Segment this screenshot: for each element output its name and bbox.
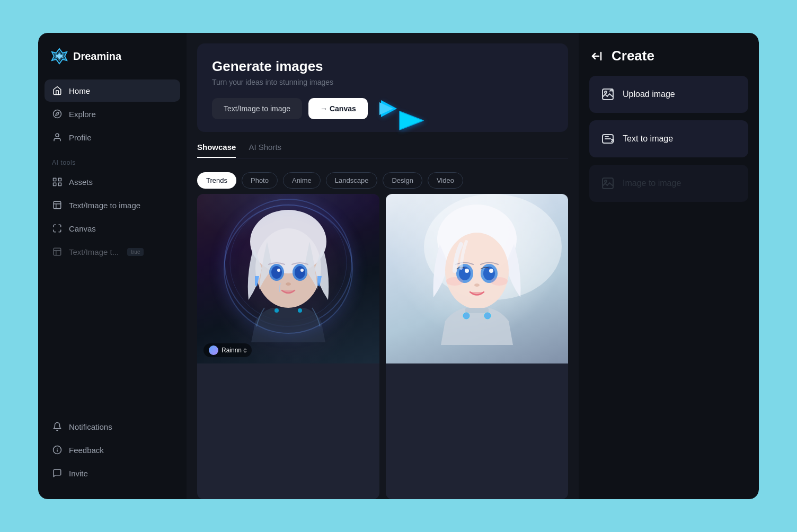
sidebar-item-label-explore: Explore <box>69 110 96 119</box>
hero-title: Generate images <box>212 58 553 75</box>
beta-badge: true <box>127 248 144 256</box>
svg-marker-16 <box>400 111 423 130</box>
canvas-button-label: → Canvas <box>320 104 356 113</box>
svg-rect-54 <box>603 178 613 189</box>
app-name: Dreamina <box>73 50 121 63</box>
svg-point-46 <box>484 313 491 319</box>
svg-point-20 <box>250 210 326 273</box>
image-to-image-icon <box>600 176 615 191</box>
sidebar-item-text-image[interactable]: Text/Image to image <box>45 194 180 216</box>
sidebar-item-label-text-image: Text/Image to image <box>69 201 140 210</box>
sidebar-item-label-text-beta: Text/Image t... <box>69 247 119 256</box>
svg-point-27 <box>286 282 291 286</box>
svg-point-24 <box>295 266 305 279</box>
image-card-2[interactable] <box>386 194 568 499</box>
svg-point-23 <box>271 266 282 279</box>
upload-image-option[interactable]: Upload image <box>589 76 748 113</box>
sidebar-item-notifications[interactable]: Notifications <box>45 415 180 438</box>
svg-rect-44 <box>465 308 489 313</box>
svg-point-30 <box>274 308 279 313</box>
tab-ai-shorts[interactable]: AI Shorts <box>249 143 281 158</box>
svg-rect-9 <box>54 201 61 209</box>
sidebar-item-home[interactable]: Home <box>45 79 180 102</box>
svg-point-21 <box>269 264 284 281</box>
sidebar-item-label-home: Home <box>69 86 90 95</box>
svg-point-42 <box>446 277 463 286</box>
svg-point-18 <box>230 205 347 321</box>
svg-point-38 <box>483 267 495 280</box>
image-to-image-label: Image to image <box>623 179 681 188</box>
panel-title: Create <box>612 48 654 64</box>
canvas-icon <box>52 223 63 234</box>
canvas-button[interactable]: → Canvas <box>308 98 368 119</box>
chip-design[interactable]: Design <box>383 172 422 189</box>
text-image-button[interactable]: Text/Image to image <box>212 98 302 119</box>
svg-rect-12 <box>54 248 61 255</box>
text-to-image-label: Text to image <box>623 134 673 144</box>
sidebar-item-profile[interactable]: Profile <box>45 126 180 148</box>
chip-anime[interactable]: Anime <box>283 172 321 189</box>
svg-marker-28 <box>255 276 259 287</box>
sidebar-item-assets[interactable]: Assets <box>45 171 180 193</box>
main-nav: Home Explore Profile <box>38 79 187 148</box>
chip-photo[interactable]: Photo <box>242 172 278 189</box>
text-to-image-icon <box>600 131 615 146</box>
image-grid: Rainnn c <box>187 194 579 499</box>
text-to-image-option[interactable]: Text to image <box>589 120 748 157</box>
svg-point-19 <box>255 228 321 308</box>
svg-rect-6 <box>58 178 61 181</box>
svg-point-31 <box>298 308 302 313</box>
chip-video[interactable]: Video <box>428 172 463 189</box>
sidebar-item-canvas[interactable]: Canvas <box>45 217 180 240</box>
upload-image-label: Upload image <box>623 90 675 99</box>
home-icon <box>52 85 63 96</box>
right-panel: Create Upload image <box>579 33 759 499</box>
svg-point-3 <box>54 110 61 118</box>
hero-subtitle: Turn your ideas into stunning images <box>212 78 553 86</box>
logo-icon <box>51 48 68 65</box>
sidebar-item-label-profile: Profile <box>69 133 92 142</box>
tab-bar: Showcase AI Shorts <box>197 143 568 158</box>
sidebar-item-feedback[interactable]: Feedback <box>45 439 180 461</box>
image-card-1[interactable]: Rainnn c <box>197 194 379 499</box>
chip-landscape[interactable]: Landscape <box>326 172 378 189</box>
image-to-image-option: Image to image <box>589 165 748 202</box>
svg-point-39 <box>465 269 469 273</box>
svg-point-41 <box>474 283 480 287</box>
svg-rect-7 <box>58 183 61 185</box>
sidebar-item-label-canvas: Canvas <box>69 224 96 233</box>
feedback-icon <box>52 445 63 455</box>
profile-icon <box>52 132 63 143</box>
anime-art-light <box>386 194 568 363</box>
sidebar-item-label-feedback: Feedback <box>69 446 104 455</box>
sidebar-item-text-beta[interactable]: Text/Image t... true <box>45 241 180 263</box>
panel-header: Create <box>589 48 748 64</box>
svg-point-43 <box>491 277 508 286</box>
svg-point-4 <box>56 134 59 137</box>
back-icon[interactable] <box>589 49 604 64</box>
svg-point-55 <box>605 180 607 182</box>
user-avatar-1 <box>209 345 218 355</box>
svg-point-45 <box>463 313 470 319</box>
svg-point-17 <box>225 199 352 326</box>
sidebar-item-explore[interactable]: Explore <box>45 103 180 125</box>
sidebar: Dreamina Home Explor <box>38 33 187 499</box>
ai-tools-label: AI tools <box>38 148 187 171</box>
svg-rect-5 <box>54 178 56 181</box>
svg-point-25 <box>277 269 280 272</box>
sidebar-item-label-assets: Assets <box>69 178 93 187</box>
cursor-pointer <box>381 100 397 117</box>
sidebar-item-invite[interactable]: Invite <box>45 462 180 484</box>
explore-icon <box>52 109 63 119</box>
svg-point-26 <box>300 269 304 272</box>
filter-chips: Trends Photo Anime Landscape Design Vide… <box>187 165 579 194</box>
logo-area: Dreamina <box>38 48 187 79</box>
hero-section: Generate images Turn your ideas into stu… <box>197 43 568 132</box>
chip-trends[interactable]: Trends <box>197 172 236 189</box>
tab-showcase[interactable]: Showcase <box>197 143 236 158</box>
username-1: Rainnn c <box>222 347 246 354</box>
image-thumbnail-1: Rainnn c <box>197 194 379 363</box>
text-image-icon <box>52 200 63 210</box>
sidebar-bottom: Notifications Feedback Invite <box>38 415 187 484</box>
sidebar-item-label-notifications: Notifications <box>69 422 112 431</box>
